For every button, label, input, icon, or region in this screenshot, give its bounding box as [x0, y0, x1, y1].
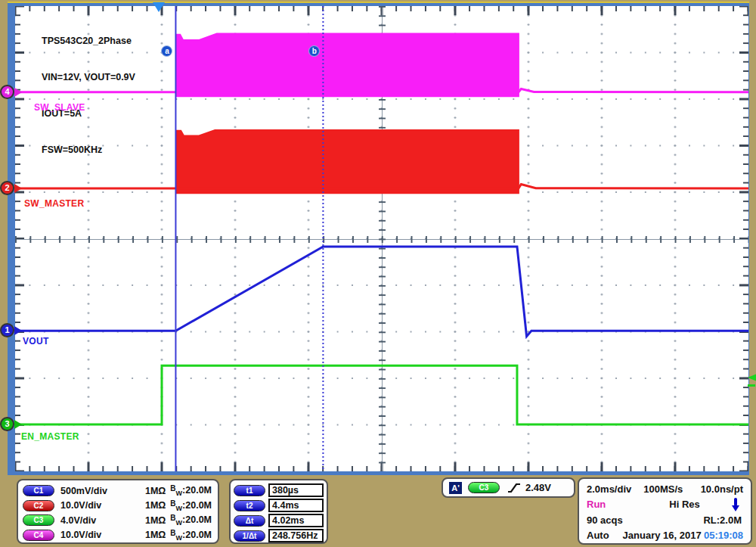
- inverse-delta-t-pill[interactable]: 1/Δt: [234, 530, 265, 542]
- acquisition-count: 90 acqs: [587, 514, 623, 526]
- channel-1-bandwidth: BW:20.0M: [170, 484, 212, 497]
- t1-value: 380µs: [268, 483, 324, 497]
- channel-3-scale: 4.0V/div: [60, 515, 96, 526]
- channel-3-badge[interactable]: 3: [0, 417, 14, 431]
- graticule-area: TPS543C20_2Phase VIN=12V, VOUT=0.9V IOUT…: [15, 6, 748, 471]
- trigger-readout-panel[interactable]: A' C3 2.48V: [442, 477, 575, 498]
- cursor-delta-t-readout[interactable]: Δt 4.02ms: [234, 513, 324, 528]
- channel-2-scale: 10.0V/div: [60, 500, 101, 511]
- channel-4-readout[interactable]: C4 10.0V/div 1MΩ BW:20.0M: [23, 528, 212, 543]
- rising-edge-icon: [507, 482, 521, 494]
- channel-2-pill[interactable]: C2: [23, 500, 54, 511]
- run-status[interactable]: Run: [587, 499, 606, 510]
- cursor-inverse-delta-t-readout[interactable]: 1/Δt 248.756Hz: [234, 528, 324, 543]
- t2-pill[interactable]: t2: [234, 500, 265, 511]
- channel-2-readout[interactable]: C2 10.0V/div 1MΩ BW:20.0M: [23, 499, 212, 514]
- channel-1-scale: 500mV/div: [60, 486, 107, 496]
- channel-1-pill[interactable]: C1: [23, 485, 54, 496]
- channel-4-arrow-icon: [14, 88, 22, 97]
- delta-t-value: 4.02ms: [268, 514, 324, 527]
- cursor-timing-panel: t1 380µs t2 4.4ms Δt 4.02ms 1/Δt 248.756…: [229, 479, 328, 544]
- trigger-slot-badge: A': [449, 482, 462, 494]
- channel-3-pill[interactable]: C3: [23, 514, 54, 526]
- cursor-t1-readout[interactable]: t1 380µs: [234, 483, 324, 498]
- channel-3-arrow-icon: [14, 420, 22, 429]
- vertical-marker-icon: [731, 497, 740, 512]
- channel-1-impedance: 1MΩ: [145, 486, 166, 496]
- channel-4-pill[interactable]: C4: [23, 530, 54, 541]
- delta-t-pill[interactable]: Δt: [234, 515, 265, 527]
- trigger-level-arrow-icon[interactable]: [748, 374, 756, 387]
- trace-label-sw-slave: SW_SLAVE: [34, 102, 85, 113]
- inverse-delta-t-value: 248.756Hz: [268, 529, 324, 542]
- channel-1-readout[interactable]: C1 500mV/div 1MΩ BW:20.0M: [23, 483, 212, 499]
- acquisition-mode: Hi Res: [669, 499, 699, 510]
- trigger-level-value: 2.48V: [525, 482, 551, 493]
- resolution-value: 10.0ns/pt: [701, 483, 743, 495]
- trigger-source-pill[interactable]: C3: [468, 482, 500, 493]
- clock-display: 05:19:08: [704, 530, 743, 541]
- trigger-mode[interactable]: Auto: [587, 530, 609, 541]
- channel-settings-panel: C1 500mV/div 1MΩ BW:20.0M C2 10.0V/div 1…: [17, 479, 219, 544]
- trigger-position-marker[interactable]: [153, 2, 165, 12]
- trace-label-sw-master: SW_MASTER: [24, 198, 84, 209]
- trace-label-vout: VOUT: [23, 336, 49, 347]
- test-conditions-note: TPS543C20_2Phase VIN=12V, VOUT=0.9V IOUT…: [42, 11, 135, 180]
- channel-4-impedance: 1MΩ: [145, 530, 166, 540]
- channel-2-bandwidth: BW:20.0M: [170, 499, 212, 512]
- channel-3-bandwidth: BW:20.0M: [170, 514, 212, 527]
- channel-1-arrow-icon: [14, 326, 22, 335]
- channel-4-scale: 10.0V/div: [60, 530, 101, 540]
- t2-value: 4.4ms: [268, 499, 324, 512]
- channel-4-badge[interactable]: 4: [0, 85, 14, 99]
- trace-label-en-master: EN_MASTER: [21, 431, 79, 442]
- channel-2-badge[interactable]: 2: [0, 181, 14, 195]
- date-display: January 16, 2017: [623, 530, 702, 541]
- channel-3-impedance: 1MΩ: [145, 515, 166, 526]
- record-length-value: RL:2.0M: [703, 514, 742, 526]
- acquisition-panel[interactable]: 2.0ms/div 100MS/s 10.0ns/pt Run Hi Res 9…: [578, 477, 752, 545]
- channel-2-arrow-icon: [14, 184, 22, 193]
- sample-rate-value: 100MS/s: [643, 483, 683, 495]
- timebase-value[interactable]: 2.0ms/div: [587, 483, 631, 495]
- channel-1-badge[interactable]: 1: [0, 323, 14, 337]
- channel-3-readout[interactable]: C3 4.0V/div 1MΩ BW:20.0M: [23, 513, 212, 528]
- t1-pill[interactable]: t1: [234, 485, 265, 496]
- channel-2-impedance: 1MΩ: [145, 500, 166, 511]
- cursor-t2-readout[interactable]: t2 4.4ms: [234, 498, 324, 513]
- channel-4-bandwidth: BW:20.0M: [170, 529, 212, 542]
- oscilloscope-screen: TPS543C20_2Phase VIN=12V, VOUT=0.9V IOUT…: [0, 0, 756, 547]
